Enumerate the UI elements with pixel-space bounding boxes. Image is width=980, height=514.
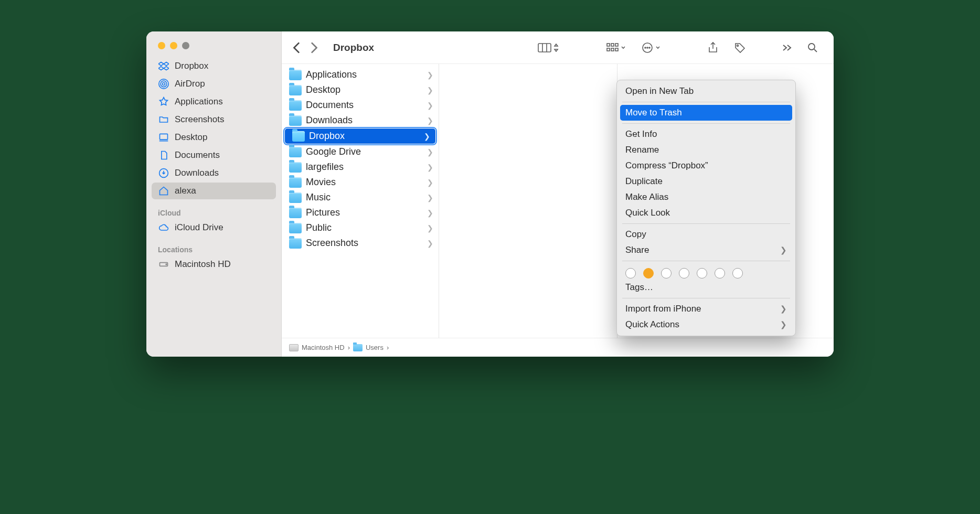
folder-documents[interactable]: Documents❯: [282, 98, 439, 113]
sidebar-item-macintosh-hd[interactable]: Macintosh HD: [152, 256, 276, 273]
folder-pictures[interactable]: Pictures❯: [282, 205, 439, 220]
svg-point-1: [161, 81, 167, 87]
cm-label: Copy: [625, 229, 646, 240]
cm-share[interactable]: Share❯: [617, 242, 795, 258]
folder-music[interactable]: Music❯: [282, 190, 439, 205]
group-button[interactable]: [602, 40, 630, 55]
tag-color[interactable]: [679, 268, 689, 279]
folder-icon: [289, 147, 302, 157]
svg-rect-11: [607, 48, 610, 51]
chevron-right-icon: ❯: [780, 320, 787, 329]
sidebar-item-label: Downloads: [175, 168, 219, 178]
separator: [622, 298, 790, 298]
forward-button[interactable]: [310, 42, 317, 53]
folder-label: Desktop: [306, 84, 340, 95]
folder-largefiles[interactable]: largefiles❯: [282, 159, 439, 175]
disk-icon: [158, 259, 169, 270]
tags-button[interactable]: [730, 40, 750, 56]
cm-label: Move to Trash: [625, 108, 682, 118]
view-columns-button[interactable]: [534, 40, 563, 55]
chevron-right-icon: ❯: [427, 148, 433, 156]
cm-move-to-trash[interactable]: Move to Trash: [620, 105, 792, 121]
cm-rename[interactable]: Rename: [617, 142, 795, 158]
share-button[interactable]: [704, 40, 722, 56]
cm-make-alias[interactable]: Make Alias: [617, 189, 795, 205]
sidebar-favorites: Dropbox AirDrop Applications Screenshots…: [146, 58, 281, 274]
sidebar-item-documents[interactable]: Documents: [152, 147, 276, 164]
svg-point-0: [163, 83, 165, 85]
folder-icon: [289, 208, 302, 218]
sidebar-item-downloads[interactable]: Downloads: [152, 165, 276, 181]
cm-copy[interactable]: Copy: [617, 227, 795, 242]
folder-movies[interactable]: Movies❯: [282, 175, 439, 190]
path-crumb-root[interactable]: Macintosh HD: [289, 344, 345, 351]
cm-label: Quick Actions: [625, 319, 679, 330]
tag-orange[interactable]: [643, 268, 654, 279]
home-icon: [158, 185, 169, 197]
cm-tags[interactable]: Tags…: [617, 280, 795, 295]
cm-label: Duplicate: [625, 176, 663, 187]
cm-import-iphone[interactable]: Import from iPhone❯: [617, 301, 795, 317]
folder-label: Google Drive: [306, 146, 361, 157]
chevron-right-icon: ❯: [427, 239, 433, 248]
context-menu: Open in New Tab Move to Trash Get Info R…: [616, 80, 796, 336]
sidebar-section-locations: Locations: [152, 237, 276, 256]
minimize-window-button[interactable]: [170, 42, 177, 49]
cm-open-new-tab[interactable]: Open in New Tab: [617, 83, 795, 99]
folder-screenshots[interactable]: Screenshots❯: [282, 235, 439, 251]
separator: [622, 123, 790, 124]
chevron-right-icon: ❯: [427, 178, 433, 187]
svg-point-6: [166, 264, 167, 265]
folder-public[interactable]: Public❯: [282, 220, 439, 235]
folder-label: Pictures: [306, 207, 340, 218]
cm-label: Open in New Tab: [625, 86, 694, 97]
cm-get-info[interactable]: Get Info: [617, 126, 795, 142]
chevron-right-icon: ❯: [427, 209, 433, 217]
window-title: Dropbox: [333, 42, 374, 53]
sidebar-item-label: Documents: [175, 150, 220, 160]
cm-quick-actions[interactable]: Quick Actions❯: [617, 317, 795, 333]
path-crumb-users[interactable]: Users: [353, 344, 384, 351]
close-window-button[interactable]: [158, 42, 165, 49]
sidebar-item-desktop[interactable]: Desktop: [152, 129, 276, 146]
sidebar-item-icloud-drive[interactable]: iCloud Drive: [152, 219, 276, 236]
zoom-window-button[interactable]: [182, 42, 189, 49]
overflow-button[interactable]: [778, 42, 796, 53]
folder-downloads[interactable]: Downloads❯: [282, 113, 439, 128]
folder-icon: [289, 100, 302, 111]
folder-icon: [289, 85, 302, 95]
path-crumb-label: Macintosh HD: [302, 344, 345, 351]
back-button[interactable]: [293, 42, 301, 53]
cm-quick-look[interactable]: Quick Look: [617, 205, 795, 221]
folder-label: Dropbox: [309, 131, 345, 142]
cm-tag-colors: [617, 264, 795, 280]
folder-label: Applications: [306, 69, 357, 80]
downloads-icon: [158, 167, 169, 179]
folder-applications[interactable]: Applications❯: [282, 67, 439, 82]
sidebar-item-home[interactable]: alexa: [152, 183, 276, 199]
tag-color[interactable]: [732, 268, 743, 279]
tag-color[interactable]: [715, 268, 725, 279]
folder-dropbox[interactable]: Dropbox❯: [285, 128, 435, 144]
tag-color[interactable]: [697, 268, 707, 279]
action-menu-button[interactable]: [637, 40, 665, 56]
sidebar-item-airdrop[interactable]: AirDrop: [152, 76, 276, 92]
chevron-right-icon: ›: [387, 344, 389, 351]
cm-compress[interactable]: Compress “Dropbox”: [617, 158, 795, 174]
sidebar-item-screenshots[interactable]: Screenshots: [152, 111, 276, 128]
cm-label: Share: [625, 245, 649, 255]
folder-google-drive[interactable]: Google Drive❯: [282, 144, 439, 159]
chevron-right-icon: ❯: [424, 132, 430, 141]
sidebar-item-applications[interactable]: Applications: [152, 93, 276, 110]
nav-arrows: [293, 42, 317, 53]
folder-icon: [292, 131, 305, 142]
sidebar-item-dropbox[interactable]: Dropbox: [152, 58, 276, 74]
sidebar-item-label: Applications: [175, 97, 223, 107]
tag-none[interactable]: [625, 268, 636, 279]
folder-desktop[interactable]: Desktop❯: [282, 82, 439, 98]
svg-rect-3: [160, 134, 168, 140]
tag-color[interactable]: [661, 268, 672, 279]
search-button[interactable]: [803, 40, 822, 55]
folder-label: Movies: [306, 177, 336, 188]
cm-duplicate[interactable]: Duplicate: [617, 174, 795, 189]
